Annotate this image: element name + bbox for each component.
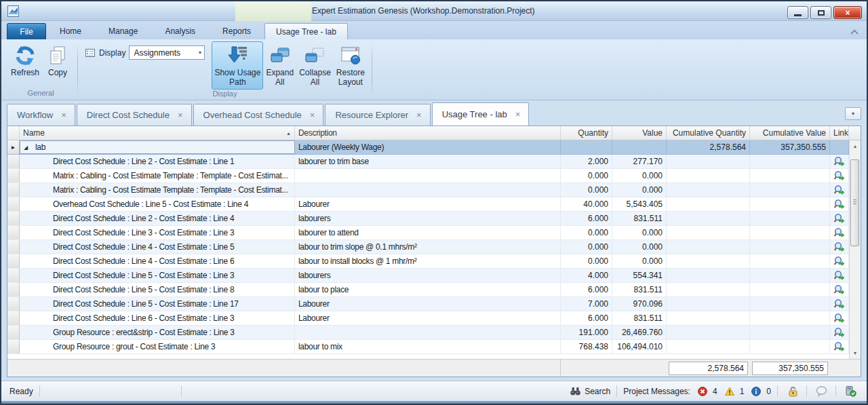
value-cell[interactable]: 0.000 bbox=[612, 183, 667, 197]
quantity-cell[interactable]: 191.000 bbox=[561, 326, 612, 339]
link-icon[interactable] bbox=[833, 213, 845, 225]
cumulative-quantity-cell[interactable] bbox=[667, 226, 750, 239]
cumulative-quantity-cell[interactable]: 2,578.564 bbox=[667, 140, 750, 154]
link-icon[interactable] bbox=[833, 156, 845, 168]
name-cell[interactable]: Direct Cost Schedule : Line 4 - Cost Est… bbox=[20, 254, 295, 268]
value-cell[interactable]: 0.000 bbox=[612, 254, 667, 268]
quantity-cell[interactable]: 0.000 bbox=[561, 226, 612, 239]
close-tab-icon[interactable]: × bbox=[310, 110, 315, 120]
quantity-cell[interactable]: 0.000 bbox=[561, 169, 612, 182]
expand-toggle-icon[interactable]: ◢ bbox=[24, 144, 35, 151]
description-cell[interactable]: Labourer (Weekly Wage) bbox=[295, 140, 561, 154]
cumulative-quantity-cell[interactable] bbox=[667, 240, 750, 254]
cumulative-value-cell[interactable] bbox=[750, 297, 830, 311]
description-cell[interactable]: Labourer bbox=[295, 297, 561, 311]
description-cell[interactable]: labour to mix bbox=[295, 340, 561, 353]
tab-usage-tree-lab[interactable]: Usage Tree - lab bbox=[264, 23, 348, 39]
maximize-button[interactable] bbox=[810, 6, 831, 19]
header-value[interactable]: Value bbox=[612, 126, 667, 140]
name-cell[interactable]: Overhead Cost Schedule : Line 5 - Cost E… bbox=[20, 197, 295, 211]
header-cumulative-quantity[interactable]: Cumulative Quantity bbox=[667, 126, 750, 140]
description-cell[interactable]: labour to install blocks @ 1 mhr/m² bbox=[295, 254, 561, 268]
link-icon[interactable] bbox=[833, 327, 845, 339]
table-row[interactable]: Group Resource : grout - Cost Estimate :… bbox=[7, 340, 849, 354]
table-row[interactable]: Overhead Cost Schedule : Line 5 - Cost E… bbox=[7, 197, 849, 212]
cumulative-quantity-cell[interactable] bbox=[667, 326, 750, 339]
cumulative-quantity-cell[interactable] bbox=[667, 297, 750, 311]
tab-manage[interactable]: Manage bbox=[95, 23, 151, 39]
doc-tab-usage-tree-lab[interactable]: Usage Tree - lab × bbox=[432, 102, 530, 126]
value-cell[interactable]: 970.096 bbox=[612, 297, 667, 311]
table-row[interactable]: Direct Cost Schedule : Line 4 - Cost Est… bbox=[7, 254, 849, 269]
quantity-cell[interactable]: 7.000 bbox=[561, 297, 612, 311]
cumulative-quantity-cell[interactable] bbox=[667, 183, 750, 197]
cumulative-quantity-cell[interactable] bbox=[667, 340, 750, 353]
cumulative-quantity-cell[interactable] bbox=[667, 269, 750, 282]
cumulative-quantity-cell[interactable] bbox=[667, 155, 750, 168]
name-cell[interactable]: Direct Cost Schedule : Line 6 - Cost Est… bbox=[20, 311, 295, 325]
tab-file[interactable]: File bbox=[7, 23, 46, 39]
quantity-cell[interactable]: 6.000 bbox=[561, 283, 612, 296]
cumulative-value-cell[interactable]: 357,350.555 bbox=[750, 140, 830, 154]
name-cell[interactable]: Direct Cost Schedule : Line 4 - Cost Est… bbox=[20, 240, 295, 254]
table-row[interactable]: Matrix : Cabling - Cost Estimate Templat… bbox=[7, 183, 849, 197]
name-cell[interactable]: Matrix : Cabling - Cost Estimate Templat… bbox=[20, 169, 295, 182]
description-cell[interactable]: Labourer bbox=[295, 311, 561, 325]
table-row[interactable]: Direct Cost Schedule : Line 6 - Cost Est… bbox=[7, 311, 849, 326]
value-cell[interactable]: 5,543.405 bbox=[612, 197, 667, 211]
tab-list-dropdown-button[interactable]: ▼ bbox=[845, 107, 861, 120]
name-cell[interactable]: ◢ lab bbox=[20, 140, 295, 154]
link-icon[interactable] bbox=[833, 284, 845, 296]
project-messages[interactable]: Project Messages: 4 1 0 bbox=[623, 387, 771, 396]
doc-tab-resource-explorer[interactable]: Resource Explorer × bbox=[325, 104, 430, 126]
description-cell[interactable] bbox=[295, 169, 561, 182]
cumulative-value-cell[interactable] bbox=[750, 269, 830, 282]
quantity-cell[interactable]: 40.000 bbox=[561, 197, 612, 211]
table-row[interactable]: ► ◢ lab Labourer (Weekly Wage) 2,578.564… bbox=[7, 140, 849, 155]
table-row[interactable]: Matrix : Cabling - Cost Estimate Templat… bbox=[7, 169, 849, 183]
link-icon[interactable] bbox=[833, 313, 845, 324]
value-cell[interactable]: 277.170 bbox=[612, 155, 667, 168]
header-description[interactable]: Description bbox=[295, 126, 561, 140]
cumulative-quantity-cell[interactable] bbox=[667, 212, 750, 225]
doc-tab-overhead-cost-schedule[interactable]: Overhead Cost Schedule × bbox=[193, 104, 324, 126]
cumulative-value-cell[interactable] bbox=[750, 155, 830, 168]
value-cell[interactable] bbox=[612, 140, 667, 154]
link-icon[interactable] bbox=[833, 341, 845, 353]
minimize-button[interactable] bbox=[787, 6, 808, 19]
cumulative-value-cell[interactable] bbox=[750, 311, 830, 325]
connection-status-button[interactable] bbox=[842, 385, 859, 398]
value-cell[interactable]: 106,494.010 bbox=[612, 340, 667, 353]
name-cell[interactable]: Group Resource : grout - Cost Estimate :… bbox=[20, 340, 295, 353]
link-icon[interactable] bbox=[833, 185, 845, 196]
cumulative-value-cell[interactable] bbox=[750, 197, 830, 211]
title-bar[interactable]: Expert Estimation Genesis (Workshop.Demo… bbox=[1, 1, 867, 21]
cumulative-value-cell[interactable] bbox=[750, 326, 830, 339]
table-row[interactable]: Direct Cost Schedule : Line 3 - Cost Est… bbox=[7, 226, 849, 240]
cumulative-quantity-cell[interactable] bbox=[667, 169, 750, 182]
link-icon[interactable] bbox=[833, 270, 845, 282]
scroll-down-icon[interactable]: ▼ bbox=[850, 347, 861, 359]
tab-home[interactable]: Home bbox=[46, 23, 95, 39]
description-cell[interactable]: labourers bbox=[295, 212, 561, 225]
link-icon[interactable] bbox=[833, 256, 845, 267]
link-icon[interactable] bbox=[833, 199, 845, 210]
description-cell[interactable]: labourer to trim base bbox=[295, 155, 561, 168]
table-row[interactable]: Direct Cost Schedule : Line 4 - Cost Est… bbox=[7, 240, 849, 254]
cumulative-value-cell[interactable] bbox=[750, 183, 830, 197]
link-icon[interactable] bbox=[833, 170, 845, 182]
name-cell[interactable]: Direct Cost Schedule : Line 5 - Cost Est… bbox=[20, 269, 295, 282]
name-cell[interactable]: Direct Cost Schedule : Line 5 - Cost Est… bbox=[20, 283, 295, 296]
security-key-button[interactable] bbox=[784, 385, 800, 398]
link-icon[interactable] bbox=[833, 242, 845, 253]
name-cell[interactable]: Matrix : Cabling - Cost Estimate Templat… bbox=[20, 183, 295, 197]
collapse-all-button[interactable]: Collapse All bbox=[296, 41, 334, 90]
expand-all-button[interactable]: Expand All bbox=[263, 41, 296, 90]
value-cell[interactable]: 26,469.760 bbox=[612, 326, 667, 339]
table-row[interactable]: Group Resource : erect&strip - Cost Esti… bbox=[7, 326, 849, 340]
cumulative-value-cell[interactable] bbox=[750, 212, 830, 225]
cumulative-value-cell[interactable] bbox=[750, 340, 830, 353]
name-cell[interactable]: Direct Cost Schedule : Line 2 - Cost Est… bbox=[20, 212, 295, 225]
value-cell[interactable]: 831.511 bbox=[612, 283, 667, 296]
cumulative-value-cell[interactable] bbox=[750, 254, 830, 268]
